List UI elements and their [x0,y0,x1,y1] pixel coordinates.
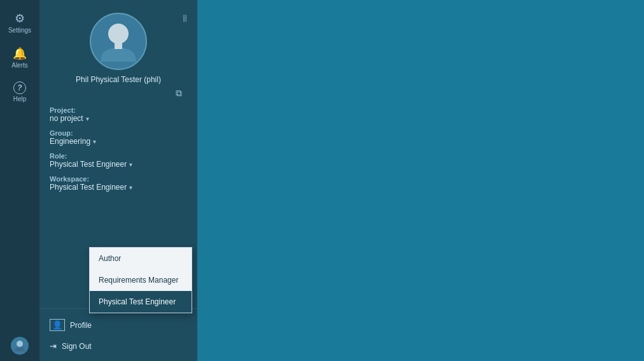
sign-out-label: Sign Out [62,342,92,351]
rail-label-help: Help [13,96,27,103]
sidebar-panel: ⫴ Phil Physical Tester (phil) ⧉ Project:… [39,0,197,361]
profile-name: Phil Physical Tester (phil) [76,75,161,84]
user-avatar-small [11,337,29,355]
role-dropdown-arrow: ▾ [129,161,132,168]
dropdown-item-author[interactable]: Author [90,248,192,269]
workspace-label: Workspace: [50,175,187,183]
left-rail: ⚙ Settings 🔔 Alerts ? Help [0,0,39,361]
field-workspace: Workspace: Physical Test Engineer ▾ [50,175,187,192]
rail-item-alerts[interactable]: 🔔 Alerts [0,40,39,75]
sign-out-icon: ⇥ [50,341,57,351]
main-content [197,0,644,361]
field-role: Role: Physical Test Engineer ▾ [50,152,187,169]
role-value[interactable]: Physical Test Engineer ▾ [50,160,187,169]
workspace-dropdown-menu: Author Requirements Manager Physical Tes… [89,247,192,313]
svg-point-0 [17,341,23,347]
group-value[interactable]: Engineering ▾ [50,137,187,146]
expand-icon[interactable]: ⫴ [183,13,187,24]
profile-action-label: Profile [70,321,92,330]
rail-label-alerts: Alerts [11,62,28,69]
project-label: Project: [50,106,187,114]
field-project: Project: no project ▾ [50,106,187,123]
dropdown-item-physical-test-engineer[interactable]: Physical Test Engineer [90,291,192,313]
group-dropdown-arrow: ▾ [93,138,96,145]
profile-action[interactable]: 👤 Profile [39,314,197,336]
gear-icon: ⚙ [15,11,25,25]
sidebar-bottom: 👤 Profile ⇥ Sign Out [39,308,197,361]
workspace-value[interactable]: Physical Test Engineer ▾ [50,183,187,192]
help-icon: ? [13,81,26,94]
bell-icon: 🔔 [13,46,27,60]
profile-header: ⫴ Phil Physical Tester (phil) ⧉ [39,0,197,104]
rail-item-settings[interactable]: ⚙ Settings [0,5,39,40]
project-value[interactable]: no project ▾ [50,114,187,123]
edit-profile-icon[interactable]: ⧉ [176,88,182,99]
svg-rect-2 [115,43,122,49]
avatar [90,13,147,70]
sign-out-action[interactable]: ⇥ Sign Out [39,336,197,356]
rail-item-user[interactable] [0,330,39,361]
dropdown-item-requirements-manager[interactable]: Requirements Manager [90,269,192,291]
role-label: Role: [50,152,187,160]
project-dropdown-arrow: ▾ [86,115,89,122]
rail-label-settings: Settings [8,27,31,34]
profile-icon: 👤 [50,319,65,331]
rail-item-help[interactable]: ? Help [0,75,39,109]
svg-point-1 [108,24,129,44]
field-group: Group: Engineering ▾ [50,129,187,146]
workspace-dropdown-arrow: ▾ [129,184,132,191]
group-label: Group: [50,129,187,137]
